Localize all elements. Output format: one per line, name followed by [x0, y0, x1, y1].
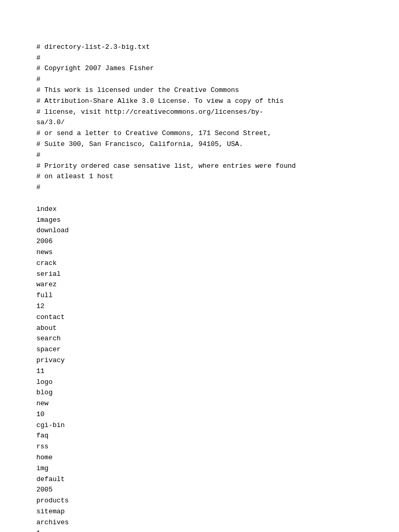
text-line: spacer [36, 344, 363, 355]
text-line: # Priority ordered case sensative list, … [36, 161, 363, 172]
text-line: # [36, 150, 363, 161]
text-line: sitemap [36, 507, 363, 517]
text-line: # directory-list-2.3-big.txt [36, 42, 363, 53]
text-line: download [36, 225, 363, 236]
text-line: cgi-bin [36, 420, 363, 431]
text-line: # [36, 53, 363, 64]
text-line: news [36, 247, 363, 258]
text-line: # Suite 300, San Francisco, California, … [36, 139, 363, 150]
text-line: img [36, 463, 363, 474]
text-line: # or send a letter to Creative Commons, … [36, 128, 363, 139]
text-line: products [36, 496, 363, 507]
text-line: full [36, 290, 363, 301]
text-line: # Attribution-Share Alike 3.0 License. T… [36, 96, 363, 107]
text-line: # This work is licensed under the Creati… [36, 85, 363, 96]
text-line: # license, visit http://creativecommons.… [36, 107, 363, 118]
text-line: contact [36, 312, 363, 323]
text-line: home [36, 453, 363, 463]
text-line: warez [36, 280, 363, 290]
file-content: # directory-list-2.3-big.txt## Copyright… [36, 31, 363, 532]
text-line: new [36, 398, 363, 409]
text-line: privacy [36, 355, 363, 366]
text-line [36, 193, 363, 204]
text-line: 10 [36, 409, 363, 420]
text-line: 12 [36, 301, 363, 312]
text-line: faq [36, 431, 363, 442]
text-line: 1 [36, 528, 363, 532]
text-line: blog [36, 388, 363, 398]
text-line: # on atleast 1 host [36, 171, 363, 182]
text-line: 11 [36, 366, 363, 377]
text-line: index [36, 204, 363, 215]
text-line: 2005 [36, 485, 363, 496]
text-line: serial [36, 269, 363, 280]
text-line: sa/3.0/ [36, 117, 363, 128]
text-line: crack [36, 258, 363, 269]
text-line: logo [36, 377, 363, 388]
text-line: # Copyright 2007 James Fisher [36, 63, 363, 74]
text-line: about [36, 323, 363, 334]
text-line: # [36, 74, 363, 85]
text-line: archives [36, 517, 363, 528]
text-line: # [36, 182, 363, 193]
text-line: search [36, 334, 363, 344]
text-line: 2006 [36, 236, 363, 247]
text-line: rss [36, 442, 363, 453]
text-line: images [36, 215, 363, 226]
text-line: default [36, 474, 363, 485]
